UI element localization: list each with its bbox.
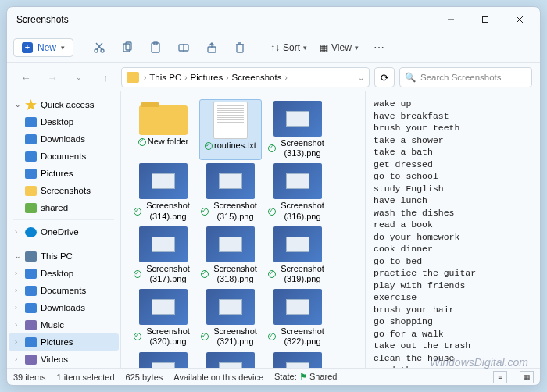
maximize-button[interactable] xyxy=(468,9,502,30)
status-count: 39 items xyxy=(13,372,46,382)
file-item[interactable]: Screenshot (322).png xyxy=(266,287,329,348)
sync-icon xyxy=(138,138,146,146)
chevron-down-icon: ▾ xyxy=(61,44,65,52)
status-size: 625 bytes xyxy=(126,372,163,382)
screenshot-icon xyxy=(206,289,255,325)
chevron-down-icon: ▾ xyxy=(303,44,307,52)
file-item[interactable]: New folder xyxy=(132,99,195,160)
sidebar-item[interactable]: Desktop xyxy=(9,113,119,130)
details-view-icon[interactable]: ≡ xyxy=(493,371,507,383)
textfile-icon xyxy=(213,102,248,139)
up-button[interactable]: ↑ xyxy=(95,66,116,88)
address-bar: ← → ⌄ ↑ › This PC› Pictures› Screenshots… xyxy=(7,63,540,91)
rename-icon[interactable] xyxy=(171,37,196,59)
sync-icon xyxy=(205,142,213,150)
sidebar-item[interactable]: Documents xyxy=(9,148,119,165)
forward-button[interactable]: → xyxy=(41,66,63,88)
file-item[interactable]: Screenshot (319).png xyxy=(266,225,329,286)
more-icon[interactable]: ⋯ xyxy=(366,37,391,59)
svg-rect-15 xyxy=(237,45,243,52)
copy-icon[interactable] xyxy=(115,37,140,59)
sort-icon: ↑↓ xyxy=(270,42,280,53)
sidebar-item[interactable]: ›Desktop xyxy=(9,265,119,282)
close-button[interactable] xyxy=(502,9,537,30)
screenshot-icon xyxy=(139,226,188,262)
file-item[interactable]: Screenshot (321).png xyxy=(199,287,262,348)
view-button[interactable]: ▦ View ▾ xyxy=(315,39,363,56)
screenshot-icon xyxy=(274,352,322,369)
file-item[interactable]: Screenshot (313).png xyxy=(266,99,329,160)
plus-icon: + xyxy=(22,42,33,53)
file-item[interactable]: Screenshot (318).png xyxy=(199,225,262,286)
sidebar-item[interactable]: Screenshots xyxy=(9,182,119,199)
breadcrumb[interactable]: › This PC› Pictures› Screenshots› ⌄ xyxy=(121,67,370,87)
file-name: Screenshot (322).png xyxy=(268,326,327,347)
file-list: New folderroutines.txtScreenshot (313).p… xyxy=(121,91,365,368)
file-item[interactable]: Screenshot (315).png xyxy=(199,162,262,223)
folder-icon xyxy=(139,105,188,135)
sync-icon xyxy=(201,270,209,278)
sidebar-item[interactable]: Downloads xyxy=(9,130,119,148)
file-item[interactable]: Screenshot (324).png xyxy=(199,351,262,369)
file-name: Screenshot (320).png xyxy=(134,326,193,347)
sidebar-item[interactable]: Pictures xyxy=(9,165,119,182)
file-name: Screenshot (319).png xyxy=(268,264,327,284)
sidebar-item-pictures[interactable]: ›Pictures xyxy=(9,333,119,351)
icons-view-icon[interactable]: ▦ xyxy=(520,371,534,383)
screenshot-icon xyxy=(206,352,255,369)
sync-icon xyxy=(268,270,276,278)
sidebar-item[interactable]: ›Downloads xyxy=(9,299,119,316)
file-item[interactable]: Screenshot (325).png xyxy=(266,351,329,369)
file-item[interactable]: Screenshot (320).png xyxy=(132,287,195,348)
new-button-label: New xyxy=(38,42,56,53)
svg-point-4 xyxy=(95,49,98,52)
chevron-down-icon[interactable]: ⌄ xyxy=(358,73,364,82)
window-title: Screenshots xyxy=(16,14,434,25)
file-name: Screenshot (317).png xyxy=(134,264,193,284)
cut-icon[interactable] xyxy=(87,37,112,59)
screenshot-icon xyxy=(274,226,322,262)
file-name: Screenshot (318).png xyxy=(201,264,260,284)
sync-icon xyxy=(268,208,276,216)
sidebar-item[interactable]: ›Music xyxy=(9,316,119,333)
delete-icon[interactable] xyxy=(227,37,252,59)
sidebar-item[interactable]: ›Videos xyxy=(9,351,119,368)
new-button[interactable]: + New ▾ xyxy=(13,38,73,57)
screenshot-icon xyxy=(274,101,322,137)
status-selection: 1 item selected xyxy=(57,372,115,382)
sort-button[interactable]: ↑↓ Sort ▾ xyxy=(266,39,312,56)
minimize-button[interactable] xyxy=(434,9,468,30)
status-bar: 39 items 1 item selected 625 bytes Avail… xyxy=(7,368,540,385)
recent-button[interactable]: ⌄ xyxy=(68,66,90,88)
sidebar-this-pc[interactable]: ⌄This PC xyxy=(9,248,119,265)
screenshot-icon xyxy=(206,163,255,199)
search-icon: 🔍 xyxy=(405,72,416,83)
sync-icon xyxy=(134,333,141,340)
sync-icon xyxy=(268,144,276,152)
file-item[interactable]: Screenshot (323).png xyxy=(132,351,195,369)
screenshot-icon xyxy=(274,163,322,199)
file-name: Screenshot (321).png xyxy=(201,326,260,347)
paste-icon[interactable] xyxy=(143,37,168,59)
sidebar-item[interactable]: ›Documents xyxy=(9,282,119,299)
titlebar: Screenshots xyxy=(7,7,540,32)
back-button[interactable]: ← xyxy=(15,66,37,88)
sidebar: ⌄Quick access Desktop Downloads Document… xyxy=(7,91,121,368)
preview-pane: wake up have breakfast brush your teeth … xyxy=(365,91,540,368)
sidebar-quick-access[interactable]: ⌄Quick access xyxy=(9,96,119,113)
sync-icon xyxy=(134,208,141,216)
file-item[interactable]: Screenshot (314).png xyxy=(132,162,195,223)
sync-icon xyxy=(201,208,209,216)
screenshot-icon xyxy=(206,226,255,262)
share-icon[interactable] xyxy=(199,37,224,59)
sidebar-onedrive[interactable]: ›OneDrive xyxy=(9,223,119,241)
sidebar-item[interactable]: shared xyxy=(9,199,119,216)
file-item[interactable]: Screenshot (317).png xyxy=(132,225,195,286)
svg-point-5 xyxy=(101,49,104,52)
status-state: State: ⚑ Shared xyxy=(274,372,337,382)
toolbar: + New ▾ ↑↓ Sort ▾ ▦ View ▾ ⋯ xyxy=(7,32,540,63)
file-item[interactable]: Screenshot (316).png xyxy=(266,162,329,223)
file-item[interactable]: routines.txt xyxy=(199,99,262,160)
search-input[interactable]: 🔍 Search Screenshots xyxy=(399,67,532,87)
refresh-button[interactable]: ⟳ xyxy=(374,67,395,87)
